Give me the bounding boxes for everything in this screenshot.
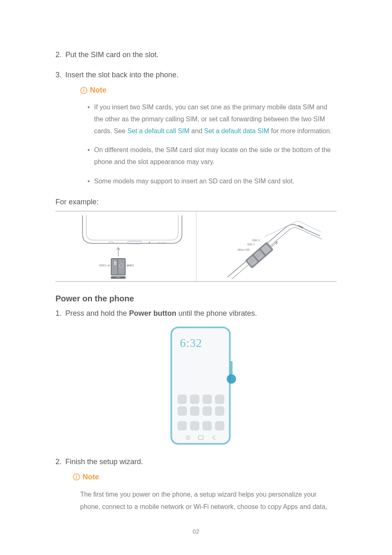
svg-rect-38 (178, 406, 187, 416)
step-text: until the phone vibrates. (178, 309, 257, 317)
step-text: Insert the slot back into the phone. (65, 71, 178, 79)
svg-rect-2 (83, 90, 84, 92)
svg-point-33 (227, 374, 236, 384)
note-body: The first time you power on the phone, a… (80, 488, 337, 513)
svg-rect-14 (118, 259, 118, 275)
note-block: Note If you insert two SIM cards, you ca… (65, 85, 337, 187)
svg-rect-43 (190, 421, 199, 430)
svg-rect-36 (203, 395, 212, 404)
svg-rect-32 (230, 361, 233, 376)
info-icon (80, 87, 88, 94)
note-text: Some models may support to insert an SD … (94, 178, 294, 185)
note-title: Note (83, 472, 99, 483)
svg-rect-35 (190, 395, 199, 404)
link-default-data-sim[interactable]: Set a default data SIM (204, 127, 269, 134)
svg-rect-15 (113, 261, 117, 266)
for-example-label: For example: (55, 197, 337, 208)
power-button-label: Power button (129, 309, 176, 317)
note-bullet: Some models may support to insert an SD … (88, 176, 337, 187)
svg-line-30 (270, 242, 277, 248)
note-bullet: On different models, the SIM card slot m… (88, 144, 337, 168)
note-title: Note (90, 85, 106, 96)
link-default-call-sim[interactable]: Set a default call SIM (127, 127, 189, 134)
note-block: Note The first time you power on the pho… (65, 472, 337, 513)
svg-rect-39 (190, 406, 199, 416)
svg-rect-18 (116, 277, 120, 278)
note-text: On different models, the SIM card slot m… (94, 146, 331, 165)
step-text: Finish the setup wizard. (65, 458, 143, 466)
clock-text: 6:32 (180, 337, 202, 349)
label-microsd: Micro SD (238, 248, 249, 251)
svg-point-8 (161, 242, 162, 243)
figure-phone: 6:32 (65, 324, 337, 447)
label-sim1: SIM 1 (247, 243, 254, 246)
note-text: for more information. (271, 127, 332, 134)
section-power-on: Power on the phone (55, 292, 337, 305)
svg-rect-44 (203, 421, 212, 430)
label-sim2: SIM 2 (252, 239, 259, 242)
svg-rect-34 (178, 395, 187, 404)
label-sim1: SIM1 (99, 264, 106, 267)
svg-point-5 (149, 242, 150, 243)
step-press-power: Press and hold the Power button until th… (55, 308, 337, 447)
svg-rect-41 (215, 406, 224, 416)
step-put-sim: Put the SIM card on the slot. (55, 49, 337, 60)
svg-rect-52 (76, 476, 77, 479)
svg-rect-42 (178, 421, 187, 430)
figure-row: SIM1 SIM2 (55, 211, 337, 282)
svg-rect-45 (215, 421, 224, 430)
svg-point-51 (76, 475, 77, 476)
svg-point-10 (166, 242, 166, 243)
step-text: Press and hold the (65, 309, 129, 317)
svg-point-9 (164, 242, 164, 243)
note-title-row: Note (73, 472, 337, 483)
figure-side-slot: SIM 2 SIM 1 Micro SD (196, 211, 337, 281)
page-number: 02 (0, 527, 392, 536)
figure-bottom-slot: SIM1 SIM2 (55, 211, 196, 281)
note-bullet: If you insert two SIM cards, you can set… (88, 102, 337, 137)
svg-rect-37 (215, 395, 224, 404)
svg-point-1 (83, 88, 84, 89)
step-text: Put the SIM card on the slot. (65, 51, 159, 59)
svg-point-6 (157, 242, 158, 243)
svg-rect-40 (203, 406, 212, 416)
info-icon (73, 473, 80, 481)
note-title-row: Note (80, 85, 337, 96)
step-insert-slot: Insert the slot back into the phone. Not… (55, 69, 337, 187)
note-text: and (191, 127, 204, 134)
svg-point-7 (159, 242, 160, 243)
step-setup-wizard: Finish the setup wizard. Note The first … (55, 456, 337, 513)
